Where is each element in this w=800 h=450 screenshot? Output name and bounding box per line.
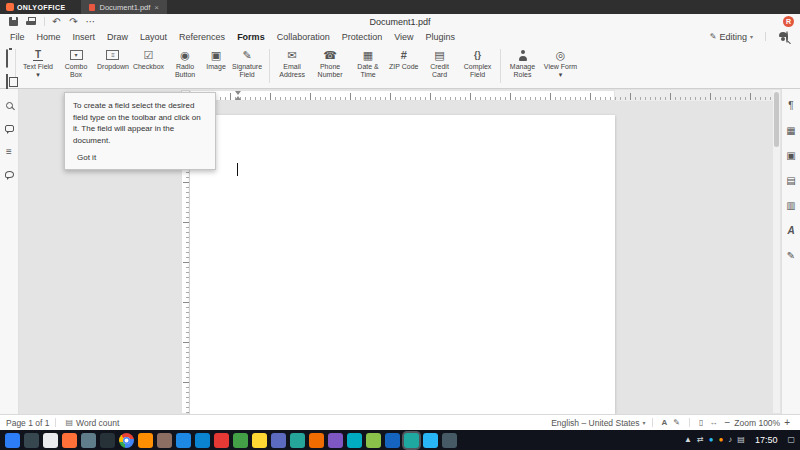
- taskbar-app-gimp[interactable]: [157, 433, 172, 448]
- signature-settings-button[interactable]: ✎: [783, 248, 799, 263]
- taskbar-app-system-settings[interactable]: [81, 433, 96, 448]
- menu-insert[interactable]: Insert: [67, 32, 102, 42]
- search-panel-button[interactable]: [1, 98, 17, 113]
- zoom-out-button[interactable]: −: [724, 417, 730, 428]
- taskbar-app-file-manager[interactable]: [24, 433, 39, 448]
- fit-width-icon[interactable]: ↔: [709, 419, 717, 427]
- toolbar-button-complex-field[interactable]: {} Complex Field: [459, 47, 497, 81]
- menu-layout[interactable]: Layout: [134, 32, 173, 42]
- taskbar-app-libreoffice[interactable]: [176, 433, 191, 448]
- redo-button[interactable]: ↷: [66, 15, 81, 28]
- taskbar-app-notes[interactable]: [252, 433, 267, 448]
- language-selector[interactable]: English – United States ▾: [551, 418, 645, 428]
- taskbar-app-blender[interactable]: [309, 433, 324, 448]
- toolbar-button-combo-box[interactable]: ▾ Combo Box: [57, 47, 95, 81]
- toolbar-button-signature-field[interactable]: ✎ Signature Field: [228, 47, 266, 81]
- notifications-icon[interactable]: ▢: [787, 436, 795, 444]
- zoom-level-label[interactable]: Zoom 100%: [734, 418, 780, 428]
- taskbar-app-screenshot-tool[interactable]: [366, 433, 381, 448]
- taskbar-app-viewer[interactable]: [328, 433, 343, 448]
- paragraph-settings-button[interactable]: ¶: [783, 98, 799, 113]
- taskbar-app-system-monitor[interactable]: [442, 433, 457, 448]
- undo-button[interactable]: ↶: [49, 15, 64, 28]
- word-count-button[interactable]: Word count: [76, 418, 119, 428]
- taskbar-app-thunderbird[interactable]: [195, 433, 210, 448]
- menu-plugins[interactable]: Plugins: [420, 32, 462, 42]
- pencil-icon: ✎: [710, 32, 717, 41]
- taskbar-app-messenger[interactable]: [347, 433, 362, 448]
- menu-protection[interactable]: Protection: [336, 32, 389, 42]
- taskbar-app-apps-menu[interactable]: [5, 433, 20, 448]
- toolbar-button-credit-card[interactable]: ▤ Credit Card: [421, 47, 459, 81]
- zoom-in-button[interactable]: +: [784, 417, 790, 428]
- close-tab-icon[interactable]: ×: [154, 3, 159, 12]
- document-tab[interactable]: Document1.pdf ×: [81, 0, 167, 14]
- fit-page-icon[interactable]: ▯: [699, 419, 703, 427]
- tray-expand-icon[interactable]: ▲: [684, 436, 692, 444]
- taskbar-app-mail[interactable]: [214, 433, 229, 448]
- clipboard-tray-icon[interactable]: ▤: [737, 436, 745, 444]
- menu-references[interactable]: References: [173, 32, 231, 42]
- textart-settings-button[interactable]: A: [783, 223, 799, 238]
- header-footer-settings-button[interactable]: ▤: [783, 173, 799, 188]
- save-button[interactable]: [6, 15, 21, 28]
- taskbar-tray: ▲⇄●●♪▤: [684, 436, 745, 444]
- menu-view[interactable]: View: [388, 32, 419, 42]
- table-settings-button[interactable]: ▦: [783, 123, 799, 138]
- scrollbar-thumb[interactable]: [774, 92, 779, 147]
- search-button[interactable]: [786, 32, 788, 42]
- menu-file[interactable]: File: [4, 32, 31, 42]
- taskbar-app-dev-tools[interactable]: [385, 433, 400, 448]
- toolbar-button-text-field[interactable]: T Text Field ▾: [19, 47, 57, 81]
- feedback-panel-button[interactable]: [1, 167, 17, 182]
- taskbar-app-chrome[interactable]: [119, 433, 134, 448]
- left-indent-marker[interactable]: [235, 96, 241, 100]
- page-number-label[interactable]: Page 1 of 1: [6, 418, 49, 428]
- toolbar-button-label: Complex Field: [461, 63, 495, 80]
- taskbar-app-player[interactable]: [290, 433, 305, 448]
- clock[interactable]: 17:50: [755, 435, 778, 445]
- taskbar-app-calculator[interactable]: [233, 433, 248, 448]
- menu-draw[interactable]: Draw: [101, 32, 134, 42]
- image-settings-button[interactable]: ▣: [783, 148, 799, 163]
- print-button[interactable]: [23, 15, 38, 28]
- messenger-tray-icon[interactable]: ●: [709, 436, 714, 444]
- toolbar-button-checkbox[interactable]: ☑ Checkbox: [131, 47, 166, 72]
- toolbar-button-email-address[interactable]: ✉ Email Address: [273, 47, 311, 81]
- comments-panel-button[interactable]: [1, 121, 17, 136]
- taskbar-app-vlc[interactable]: [138, 433, 153, 448]
- toolbar-button-view-form[interactable]: ◎ View Form ▾: [542, 47, 580, 81]
- toolbar-button-dropdown[interactable]: ≡ Dropdown: [95, 47, 131, 72]
- status-bar: Page 1 of 1 ▤ Word count English – Unite…: [0, 414, 800, 430]
- menu-forms[interactable]: Forms: [231, 32, 271, 42]
- taskbar-app-telegram[interactable]: [423, 433, 438, 448]
- toolbar-button-manage-roles[interactable]: Manage Roles: [504, 47, 542, 81]
- taskbar-app-text-editor[interactable]: [43, 433, 58, 448]
- menu-collaboration[interactable]: Collaboration: [271, 32, 336, 42]
- first-line-indent-marker[interactable]: [235, 91, 241, 95]
- navigation-panel-button[interactable]: ≡: [1, 144, 17, 159]
- document-page[interactable]: [190, 115, 615, 414]
- updates-icon[interactable]: ●: [719, 436, 724, 444]
- editing-mode-button[interactable]: ✎ Editing ▾: [710, 32, 753, 42]
- vertical-scrollbar[interactable]: [773, 90, 780, 413]
- user-avatar[interactable]: R: [783, 16, 794, 27]
- toolbar-button-phone-number[interactable]: ☎ Phone Number: [311, 47, 349, 81]
- customize-quick-access-button[interactable]: ⋯: [83, 15, 98, 28]
- taskbar-app-onlyoffice[interactable]: [404, 433, 419, 448]
- taskbar-app-ide[interactable]: [271, 433, 286, 448]
- toolbar-button-date-time[interactable]: ▦ Date & Time: [349, 47, 387, 81]
- got-it-button[interactable]: Got it: [77, 153, 96, 162]
- taskbar-app-terminal[interactable]: [100, 433, 115, 448]
- toolbar-button-image[interactable]: ▣ Image: [204, 47, 228, 72]
- volume-icon[interactable]: ♪: [728, 436, 732, 444]
- spellcheck-icon[interactable]: A: [662, 419, 668, 427]
- menu-home[interactable]: Home: [31, 32, 67, 42]
- track-changes-icon[interactable]: ✎: [673, 419, 680, 427]
- taskbar-app-firefox[interactable]: [62, 433, 77, 448]
- network-icon[interactable]: ⇄: [697, 436, 704, 444]
- paste-button[interactable]: [6, 50, 8, 68]
- toolbar-button-radio-button[interactable]: ◉ Radio Button: [166, 47, 204, 81]
- chart-settings-button[interactable]: ▥: [783, 198, 799, 213]
- toolbar-button-zip-code[interactable]: # ZIP Code: [387, 47, 420, 72]
